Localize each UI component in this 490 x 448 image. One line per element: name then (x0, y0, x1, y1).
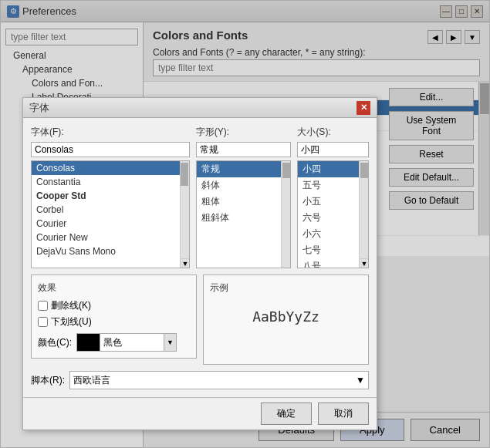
dialog-overlay: 字体 ✕ 字体(F): Consolas Constantia Cooper S… (1, 1, 489, 447)
font-style-input[interactable] (196, 142, 292, 157)
font-list-item-courier[interactable]: Courier (32, 217, 189, 231)
font-list-item-dejavu-sans-mono[interactable]: DejaVu Sans Mono (32, 244, 189, 258)
color-dropdown-arrow[interactable]: ▼ (164, 334, 176, 351)
font-family-list[interactable]: Consolas Constantia Cooper Std Corbel Co… (31, 160, 190, 268)
script-select[interactable]: 西欧语言 ▼ (69, 371, 369, 389)
dialog-ok-button[interactable]: 确定 (261, 403, 312, 425)
font-list-item-courier-new[interactable]: Courier New (32, 231, 189, 244)
font-columns-row: 字体(F): Consolas Constantia Cooper Std Co… (31, 126, 369, 268)
font-list-item-constantia[interactable]: Constantia (32, 175, 189, 189)
font-list-item-corbel[interactable]: Corbel (32, 203, 189, 217)
preview-text: AaBbYyZz (210, 299, 362, 334)
font-size-list[interactable]: 小四 五号 小五 六号 小六 七号 八号 ▼ (297, 160, 369, 268)
script-section: 脚本(R): 西欧语言 ▼ (31, 371, 369, 389)
font-size-item-xiaoliu[interactable]: 小六 (298, 226, 368, 242)
script-label: 脚本(R): (31, 374, 65, 387)
dialog-close-button[interactable]: ✕ (357, 101, 370, 115)
effects-section: 效果 删除线(K) 下划线(U) 颜色(C): (31, 275, 197, 359)
font-size-label: 大小(S): (297, 126, 369, 139)
font-size-input[interactable] (297, 142, 369, 157)
font-style-column: 字形(Y): 常规 斜体 粗体 粗斜体 (196, 126, 292, 268)
strikethrough-checkbox[interactable] (38, 301, 48, 311)
effects-preview-row: 效果 删除线(K) 下划线(U) 颜色(C): (31, 275, 369, 365)
color-section: 颜色(C): 黑色 ▼ (38, 333, 190, 352)
size-list-scroll-thumb[interactable] (360, 163, 368, 178)
dialog-title: 字体 (29, 101, 49, 115)
font-size-item-xiaosi[interactable]: 小四 (298, 161, 368, 177)
preferences-window: ⚙ Preferences — □ ✕ General Appearance C… (0, 0, 490, 448)
color-label: 颜色(C): (38, 336, 72, 349)
font-family-input[interactable] (31, 142, 190, 157)
dialog-bottom: 确定 取消 (23, 397, 377, 429)
script-value: 西欧语言 (73, 374, 110, 387)
font-style-item-italic[interactable]: 斜体 (197, 177, 291, 194)
font-style-item-regular-selected[interactable]: 常规 (197, 161, 291, 177)
font-size-column: 大小(S): 小四 五号 小五 六号 小六 七号 八号 (297, 126, 369, 268)
font-style-list[interactable]: 常规 斜体 粗体 粗斜体 (196, 160, 292, 268)
script-arrow-icon: ▼ (356, 375, 365, 386)
font-list-item-cooper-std[interactable]: Cooper Std (32, 189, 189, 203)
style-list-scrollbar[interactable] (281, 161, 290, 268)
color-swatch (77, 334, 100, 351)
font-style-item-bold-italic[interactable]: 粗斜体 (197, 210, 291, 226)
font-style-label: 字形(Y): (196, 126, 292, 139)
font-family-column: 字体(F): Consolas Constantia Cooper Std Co… (31, 126, 190, 268)
font-size-item-xiaowu[interactable]: 小五 (298, 194, 368, 210)
underline-label: 下划线(U) (51, 315, 92, 328)
scroll-down-icon[interactable]: ▼ (181, 258, 190, 268)
preview-title: 示例 (210, 281, 362, 295)
preview-section: 示例 AaBbYyZz (203, 275, 369, 365)
font-dialog: 字体 ✕ 字体(F): Consolas Constantia Cooper S… (22, 97, 377, 430)
font-size-item-bahao[interactable]: 八号 (298, 258, 368, 268)
strikethrough-row: 删除线(K) (38, 299, 190, 312)
font-size-item-wuhao[interactable]: 五号 (298, 177, 368, 194)
underline-row: 下划线(U) (38, 315, 190, 328)
font-family-label: 字体(F): (31, 126, 190, 139)
font-size-item-liuhao[interactable]: 六号 (298, 210, 368, 226)
font-style-item-bold[interactable]: 粗体 (197, 194, 291, 210)
color-select[interactable]: 黑色 ▼ (76, 333, 177, 352)
font-list-item-consolas-selected[interactable]: Consolas (32, 161, 189, 175)
underline-checkbox[interactable] (38, 317, 48, 327)
font-size-item-qihao[interactable]: 七号 (298, 242, 368, 258)
size-scroll-down-icon[interactable]: ▼ (360, 258, 369, 268)
font-list-scrollbar[interactable]: ▼ (180, 161, 189, 268)
size-list-scrollbar[interactable]: ▼ (359, 161, 368, 268)
style-list-scroll-thumb[interactable] (282, 163, 290, 178)
strikethrough-label: 删除线(K) (51, 299, 91, 312)
dialog-title-bar: 字体 ✕ (23, 98, 377, 118)
font-list-scroll-thumb[interactable] (181, 163, 188, 186)
color-name: 黑色 (100, 336, 164, 349)
effects-title: 效果 (38, 281, 190, 295)
dialog-body: 字体(F): Consolas Constantia Cooper Std Co… (23, 118, 377, 397)
dialog-cancel-button[interactable]: 取消 (318, 403, 369, 425)
